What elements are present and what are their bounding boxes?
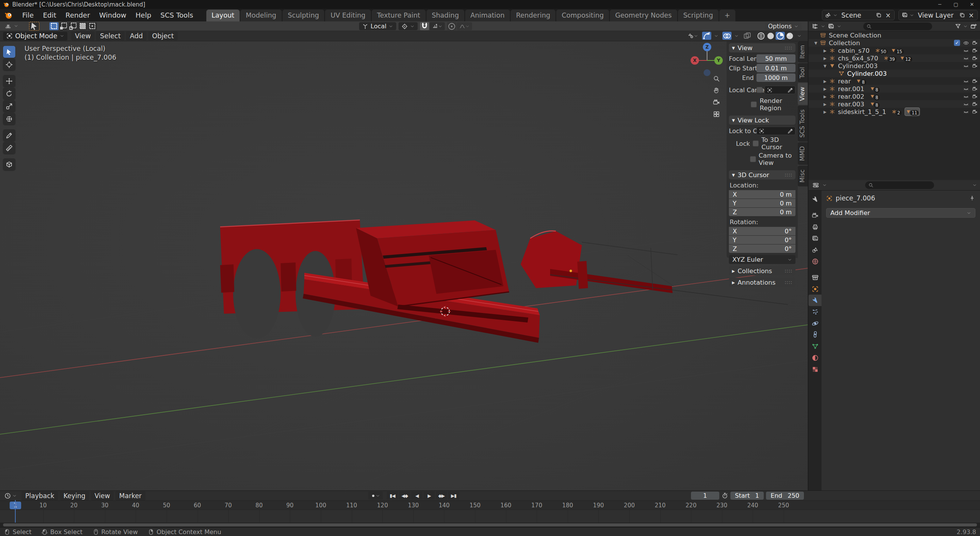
outliner-row[interactable]: ▼ Collection ✓ [808, 39, 980, 47]
transform-orientation-dropdown[interactable]: Local [359, 22, 396, 30]
child-count-badge[interactable]: 8 [870, 85, 880, 93]
outliner-row[interactable]: ▶ chs_6x4_s70 39 12 [808, 54, 980, 62]
properties-editor-type-button[interactable] [812, 182, 820, 189]
timeline-editor-type-button[interactable] [3, 492, 12, 499]
expand-arrow[interactable]: ▶ [822, 49, 828, 53]
clip-end-field[interactable]: 1000 m [756, 73, 795, 82]
timeline-menu-item[interactable]: Keying [60, 491, 89, 500]
collapsed-panel-header[interactable]: ▶ Annotations :::: [729, 278, 795, 287]
viewport-canvas[interactable]: User Perspective (Local) (1) Collection … [0, 41, 808, 490]
duplicate-scene-icon[interactable] [875, 12, 883, 18]
menu-item[interactable]: Edit [38, 10, 61, 21]
disable-in-renders-icon[interactable] [972, 55, 978, 61]
viewport-menu-item[interactable]: Object [148, 31, 178, 41]
rotation-axis-field[interactable]: X 0° [729, 227, 795, 235]
transport-button[interactable]: ▶ [423, 492, 435, 500]
lock-to-object-field[interactable] [756, 127, 795, 135]
collapsed-panel-header[interactable]: ▶ Collections :::: [729, 266, 795, 275]
expand-arrow[interactable]: ▶ [822, 102, 828, 106]
frame-end-field[interactable]: End 250 [766, 492, 804, 500]
outliner-row[interactable]: ▼ Cylinder.003 ✓ [808, 62, 980, 70]
tool-button[interactable] [3, 142, 15, 154]
object-visibility-dropdown[interactable] [685, 32, 701, 40]
disable-in-renders-icon[interactable] [972, 78, 978, 84]
disable-in-renders-icon[interactable] [972, 40, 978, 46]
shading-dropdown[interactable] [795, 32, 804, 40]
expand-arrow[interactable]: ▼ [812, 41, 819, 45]
eye-open-icon[interactable] [963, 40, 969, 46]
child-count-badge[interactable]: 39 [884, 54, 897, 62]
child-count-badge[interactable]: 12 [900, 54, 913, 62]
show-gizmo-toggle[interactable] [702, 32, 711, 40]
rotation-order-dropdown[interactable]: XYZ Euler [729, 255, 795, 264]
timeline-menu-item[interactable]: Marker [115, 491, 145, 500]
transport-button[interactable]: ◀ [411, 492, 423, 500]
show-overlays-toggle[interactable] [722, 32, 732, 40]
tool-button[interactable] [3, 75, 15, 87]
select-mode-subtract-button[interactable] [69, 22, 78, 30]
display-mode-button[interactable] [827, 23, 835, 30]
rotation-axis-field[interactable]: Z 0° [729, 244, 795, 253]
eye-closed-icon[interactable] [963, 94, 969, 99]
disable-in-renders-icon[interactable] [972, 101, 978, 107]
select-mode-invert-button[interactable] [78, 22, 87, 30]
transport-button[interactable]: ◆▶ [436, 492, 447, 500]
to-3d-cursor-checkbox[interactable] [753, 140, 759, 147]
timeline-scrollbar[interactable] [0, 523, 980, 527]
disable-in-renders-icon[interactable] [972, 48, 978, 54]
delete-view-layer-icon[interactable]: × [967, 11, 975, 19]
properties-tab[interactable] [808, 340, 822, 352]
sidebar-tab[interactable]: Misc [798, 166, 808, 186]
eye-closed-icon[interactable] [963, 109, 969, 115]
duplicate-view-layer-icon[interactable] [958, 12, 966, 18]
transport-button[interactable]: ▮◀ [387, 492, 398, 500]
camera-view-icon[interactable] [712, 98, 720, 106]
outliner-row[interactable]: ▶ cabin_s70 50 15 [808, 47, 980, 54]
disable-in-renders-icon[interactable] [972, 109, 978, 115]
properties-tab[interactable] [808, 306, 822, 318]
rotation-axis-field[interactable]: Y 0° [729, 236, 795, 244]
minimize-button[interactable]: ─ [932, 0, 948, 9]
add-modifier-dropdown[interactable]: Add Modifier [826, 208, 975, 218]
panel-grip[interactable]: :::: [785, 280, 792, 285]
properties-tab[interactable] [808, 318, 822, 329]
properties-tab[interactable] [808, 233, 822, 244]
auto-keying-button[interactable] [368, 492, 383, 500]
workspace-tab[interactable]: Scripting [678, 10, 719, 21]
location-axis-field[interactable]: Z 0 m [729, 208, 795, 216]
properties-tab[interactable] [808, 221, 822, 233]
outliner-search-input[interactable] [863, 23, 932, 30]
gizmo-y-axis[interactable]: Y [714, 56, 723, 65]
transport-button[interactable]: ◀◆ [399, 492, 410, 500]
panel-grip[interactable]: :::: [785, 45, 792, 51]
location-axis-field[interactable]: Y 0 m [729, 199, 795, 207]
properties-tab[interactable] [808, 244, 822, 256]
menu-item[interactable]: File [18, 10, 38, 21]
child-count-badge[interactable]: 8 [870, 100, 880, 108]
sidebar-tab[interactable]: Item [798, 41, 808, 62]
proportional-falloff-dropdown[interactable] [457, 22, 472, 30]
chevron-down-icon[interactable] [972, 183, 977, 187]
eye-closed-icon[interactable] [963, 55, 969, 61]
local-camera-field[interactable] [764, 86, 795, 94]
properties-tab[interactable] [808, 352, 822, 363]
blender-menu-icon[interactable] [4, 11, 14, 20]
child-count-badge[interactable]: 50 [875, 47, 888, 54]
tool-button[interactable] [3, 158, 15, 170]
local-camera-checkbox[interactable] [756, 87, 763, 93]
timeline-track-area[interactable] [0, 510, 980, 523]
timeline-menu-item[interactable]: Playback [21, 491, 58, 500]
scrollbar-thumb[interactable] [3, 523, 977, 526]
workspace-tab[interactable]: Modeling [240, 10, 282, 21]
frame-start-field[interactable]: Start 1 [730, 492, 764, 500]
properties-tab[interactable] [808, 363, 822, 375]
eyedropper-icon[interactable] [787, 128, 793, 134]
menu-item[interactable]: Window [95, 10, 131, 21]
new-collection-button[interactable] [969, 23, 978, 30]
mode-dropdown[interactable]: Object Mode [3, 32, 67, 41]
tool-button[interactable] [3, 46, 15, 58]
workspace-tab[interactable]: Shading [426, 10, 464, 21]
workspace-tab[interactable]: Sculpting [283, 10, 325, 21]
shading-wireframe-button[interactable] [756, 32, 766, 40]
sidebar-tab[interactable]: SCS Tools [798, 106, 808, 142]
